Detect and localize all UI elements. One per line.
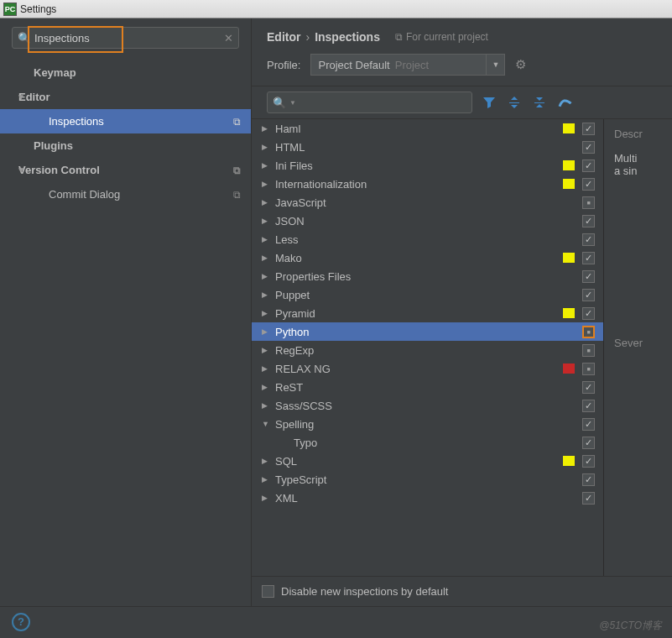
category-label: Internationalization bbox=[275, 178, 367, 191]
chevron-right-icon: ▶ bbox=[262, 346, 268, 354]
titlebar: PC Settings bbox=[0, 0, 672, 18]
copy-icon: ⧉ bbox=[233, 189, 241, 201]
inspection-category-puppet[interactable]: ▶Puppet bbox=[252, 285, 603, 304]
chevron-right-icon: ▶ bbox=[262, 124, 268, 133]
chevron-icon: ▼ bbox=[17, 165, 25, 175]
category-checkbox[interactable] bbox=[582, 344, 595, 357]
category-checkbox[interactable] bbox=[582, 252, 595, 264]
inspection-category-ini-files[interactable]: ▶Ini Files bbox=[252, 156, 603, 175]
disable-checkbox[interactable] bbox=[262, 585, 274, 598]
inspection-category-xml[interactable]: ▶XML bbox=[252, 489, 603, 507]
category-checkbox[interactable] bbox=[582, 233, 595, 246]
category-checkbox[interactable] bbox=[582, 123, 595, 135]
category-checkbox[interactable] bbox=[582, 326, 595, 338]
sidebar-item-version-control[interactable]: ▼Version Control⧉ bbox=[0, 158, 251, 182]
category-checkbox[interactable] bbox=[582, 289, 595, 301]
inspection-category-haml[interactable]: ▶Haml bbox=[252, 119, 603, 138]
inspection-category-javascript[interactable]: ▶JavaScript bbox=[252, 193, 603, 212]
breadcrumb-leaf: Inspections bbox=[315, 30, 380, 44]
category-checkbox[interactable] bbox=[582, 473, 595, 486]
category-checkbox[interactable] bbox=[582, 160, 595, 172]
inspection-category-python[interactable]: ▶Python bbox=[252, 322, 603, 341]
category-checkbox[interactable] bbox=[582, 178, 595, 191]
category-checkbox[interactable] bbox=[582, 418, 595, 431]
category-label: RELAX NG bbox=[275, 363, 331, 375]
help-button[interactable]: ? bbox=[12, 613, 30, 631]
severity-swatch bbox=[563, 308, 575, 318]
chevron-right-icon: ▶ bbox=[262, 235, 268, 243]
inspection-category-spelling[interactable]: ▼Spelling bbox=[252, 415, 603, 433]
category-label: Mako bbox=[275, 252, 302, 264]
sidebar-item-plugins[interactable]: Plugins bbox=[0, 133, 251, 158]
category-checkbox[interactable] bbox=[582, 455, 595, 468]
chevron-right-icon: ▶ bbox=[262, 364, 268, 373]
inspection-category-typescript[interactable]: ▶TypeScript bbox=[252, 470, 603, 489]
category-checkbox[interactable] bbox=[582, 437, 595, 449]
profile-suffix: Project bbox=[395, 59, 429, 71]
chevron-down-icon[interactable]: ▼ bbox=[487, 54, 505, 76]
inspection-category-json[interactable]: ▶JSON bbox=[252, 212, 603, 230]
profile-select[interactable]: Project Default Project ▼ bbox=[310, 54, 505, 76]
chevron-right-icon: ▶ bbox=[262, 180, 268, 188]
inspection-category-typo[interactable]: Typo bbox=[252, 433, 603, 452]
current-project-label: For current project bbox=[406, 31, 488, 43]
inspections-tree[interactable]: ▶Haml▶HTML▶Ini Files▶Internationalizatio… bbox=[252, 119, 604, 576]
category-checkbox[interactable] bbox=[582, 307, 595, 320]
category-checkbox[interactable] bbox=[582, 270, 595, 283]
chevron-down-icon[interactable]: ▼ bbox=[289, 99, 296, 107]
chevron-right-icon: › bbox=[305, 30, 310, 44]
reset-icon[interactable] bbox=[556, 94, 573, 111]
sidebar-search-input[interactable] bbox=[34, 32, 224, 44]
category-label: JavaScript bbox=[275, 196, 326, 209]
inspection-category-less[interactable]: ▶Less bbox=[252, 230, 603, 248]
inspection-category-html[interactable]: ▶HTML bbox=[252, 138, 603, 156]
disable-new-inspections-row[interactable]: Disable new inspections by default bbox=[252, 576, 672, 606]
expand-all-icon[interactable] bbox=[506, 94, 523, 111]
filter-icon[interactable] bbox=[481, 94, 497, 111]
chevron-down-icon: ▼ bbox=[262, 420, 269, 428]
category-checkbox[interactable] bbox=[582, 492, 595, 505]
sidebar-item-editor[interactable]: ▼Editor bbox=[0, 85, 251, 109]
category-label: JSON bbox=[275, 215, 305, 227]
category-label: HTML bbox=[275, 141, 305, 154]
chevron-right-icon: ▶ bbox=[262, 272, 268, 280]
chevron-right-icon: ▶ bbox=[262, 475, 268, 484]
sidebar-item-keymap[interactable]: Keymap bbox=[0, 60, 251, 85]
inspection-category-pyramid[interactable]: ▶Pyramid bbox=[252, 304, 603, 322]
inspection-category-internationalization[interactable]: ▶Internationalization bbox=[252, 175, 603, 193]
sidebar-item-commit-dialog[interactable]: Commit Dialog⧉ bbox=[0, 182, 251, 207]
inspection-category-sass-scss[interactable]: ▶Sass/SCSS bbox=[252, 396, 603, 415]
chevron-right-icon: ▶ bbox=[262, 457, 268, 465]
collapse-all-icon[interactable] bbox=[531, 94, 548, 111]
category-checkbox[interactable] bbox=[582, 141, 595, 154]
gear-icon[interactable]: ⚙ bbox=[515, 57, 526, 72]
clear-search-icon[interactable]: ✕ bbox=[224, 32, 233, 44]
severity-swatch bbox=[563, 123, 575, 133]
app-icon: PC bbox=[3, 3, 17, 16]
sidebar-item-label: Inspections bbox=[49, 115, 104, 128]
inspections-search[interactable]: 🔍 ▼ bbox=[267, 92, 472, 113]
severity-swatch bbox=[563, 179, 575, 189]
category-label: Spelling bbox=[275, 418, 314, 431]
sidebar-item-inspections[interactable]: Inspections⧉ bbox=[0, 109, 251, 133]
breadcrumb: Editor › Inspections ⧉ For current proje… bbox=[252, 18, 672, 47]
sidebar-search[interactable]: 🔍 ✕ bbox=[12, 27, 239, 49]
category-checkbox[interactable] bbox=[582, 363, 595, 375]
inspection-category-rest[interactable]: ▶ReST bbox=[252, 378, 603, 396]
inspection-category-mako[interactable]: ▶Mako bbox=[252, 248, 603, 267]
severity-swatch bbox=[563, 253, 575, 263]
category-label: Pyramid bbox=[275, 307, 315, 320]
category-label: ReST bbox=[275, 381, 303, 394]
chevron-right-icon: ▶ bbox=[262, 254, 268, 262]
inspection-category-properties-files[interactable]: ▶Properties Files bbox=[252, 267, 603, 285]
inspection-category-sql[interactable]: ▶SQL bbox=[252, 452, 603, 470]
inspection-category-regexp[interactable]: ▶RegExp bbox=[252, 341, 603, 359]
category-checkbox[interactable] bbox=[582, 215, 595, 227]
copy-icon: ⧉ bbox=[233, 116, 241, 128]
category-checkbox[interactable] bbox=[582, 381, 595, 394]
profile-label: Profile: bbox=[267, 59, 300, 71]
inspection-category-relax-ng[interactable]: ▶RELAX NG bbox=[252, 359, 603, 378]
watermark: @51CTO博客 bbox=[599, 619, 662, 633]
category-checkbox[interactable] bbox=[582, 196, 595, 209]
category-checkbox[interactable] bbox=[582, 400, 595, 412]
